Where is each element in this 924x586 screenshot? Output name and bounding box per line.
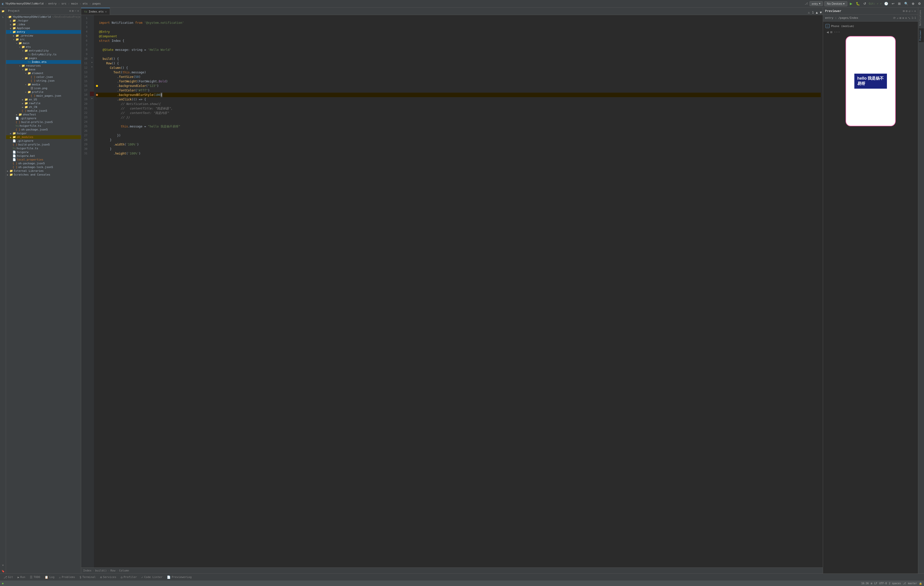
fit-icon[interactable]: ⤡ bbox=[908, 16, 911, 20]
code-editor[interactable]: import Notification from '@system.notifi… bbox=[94, 15, 823, 568]
tree-local-properties[interactable]: ▶ 📄 local.properties bbox=[6, 158, 81, 161]
code-linter-tab[interactable]: ✓ Code Linter bbox=[140, 575, 164, 579]
terminal-tab[interactable]: $ Terminal bbox=[78, 575, 97, 579]
tree-index-ets[interactable]: ▶ ts Index.ets bbox=[6, 60, 81, 64]
editor-tab-index-ets[interactable]: ts Index.ets ✕ bbox=[81, 8, 110, 15]
bookmarks-icon[interactable]: 🔖 bbox=[0, 568, 5, 573]
tree-src[interactable]: ▾ 📁 src bbox=[6, 38, 81, 41]
git-tab[interactable]: ⎇ Git bbox=[2, 575, 15, 579]
structure-icon[interactable]: ≡ bbox=[0, 563, 5, 568]
previewer-log-tab[interactable]: 📄 PreviewerLog bbox=[165, 575, 193, 579]
editor-chevron-up[interactable]: ▲ bbox=[815, 10, 819, 15]
layout-button[interactable]: ⊞ bbox=[897, 1, 902, 6]
status-lf[interactable]: LF bbox=[874, 582, 878, 585]
tree-external-libraries[interactable]: ▶ 📁 External Libraries bbox=[6, 169, 81, 173]
panel-layout-icon[interactable]: ⊞ bbox=[72, 9, 74, 13]
tree-root[interactable]: ▾ 📁 Yby6HarmonyOSHelloWorld ~/DevEcoStud… bbox=[6, 15, 81, 19]
tree-gitignore-root[interactable]: ▶ 📄 .gitignore bbox=[6, 139, 81, 143]
services-tab[interactable]: ⚙ Services bbox=[99, 575, 118, 579]
tree-idea[interactable]: ▶ 📁 .idea bbox=[6, 23, 81, 26]
previewer-icon2[interactable]: ⚙ bbox=[906, 9, 908, 13]
tree-module-json5[interactable]: ▶ { } module.json5 bbox=[6, 109, 81, 113]
profiler-tab[interactable]: ◎ Profiler bbox=[119, 575, 138, 579]
run-button[interactable]: ▶ bbox=[849, 1, 853, 6]
tree-media[interactable]: ▾ 📁 media bbox=[6, 82, 81, 86]
previewer-icon3[interactable]: ↺ bbox=[909, 9, 910, 13]
tree-hvigor[interactable]: ▶ 📁 .hvigor bbox=[6, 19, 81, 23]
zoom-button[interactable]: ⊕ bbox=[911, 1, 916, 6]
zoom-out-icon[interactable]: ⊖ bbox=[905, 16, 907, 20]
tree-en-us[interactable]: ▶ 📁 en_US bbox=[6, 98, 81, 101]
previewer-icon4[interactable]: − bbox=[911, 9, 913, 13]
tree-entryability[interactable]: ▾ 📁 entryability bbox=[6, 49, 81, 53]
clock-button[interactable]: 🕐 bbox=[883, 1, 889, 6]
sync-icon[interactable]: ⟳ bbox=[893, 16, 896, 20]
tree-scratches-consoles[interactable]: ▶ 📁 Scratches and Consoles bbox=[6, 173, 81, 176]
git-entry-button[interactable]: entry ▾ bbox=[810, 1, 823, 6]
tree-ohostest[interactable]: ▶ 📁 ohosTest bbox=[6, 113, 81, 117]
panel-minus-icon[interactable]: − bbox=[75, 9, 76, 13]
tree-oh-package-entry[interactable]: ▶ { } oh-package.json5 bbox=[6, 128, 81, 132]
tree-rawfile[interactable]: ▶ 📁 rawfile bbox=[6, 101, 81, 105]
tree-icon-png[interactable]: ▶ 🖼 icon.png bbox=[6, 86, 81, 90]
status-encoding[interactable]: UTF-8 bbox=[879, 582, 887, 585]
tree-build-profile-root[interactable]: ▶ { } build-profile.json5 bbox=[6, 143, 81, 146]
share-icon[interactable]: ↗ bbox=[897, 16, 898, 20]
notifications-tab[interactable]: Notifications bbox=[919, 8, 924, 27]
run-tab[interactable]: ▶ Run bbox=[16, 575, 27, 579]
tree-appscope[interactable]: ▶ 📁 AppScope bbox=[6, 26, 81, 30]
tree-oh-modules[interactable]: ▶ 📁 oh_modules bbox=[6, 135, 81, 139]
breadcrumb-index[interactable]: Index bbox=[83, 569, 91, 572]
editor-toolbar-icon1[interactable]: ⚠ 1 bbox=[807, 10, 815, 15]
debug-button[interactable]: 🐛 bbox=[855, 1, 861, 6]
zoom-in-icon[interactable]: ⊕ bbox=[902, 16, 904, 20]
tree-pages[interactable]: ▾ 📁 pages bbox=[6, 56, 81, 60]
project-view-icon[interactable]: 📁 bbox=[0, 8, 5, 13]
todo-tab[interactable]: ☰ TODO bbox=[28, 575, 42, 579]
tree-base[interactable]: ▾ 📁 base bbox=[6, 67, 81, 71]
tree-build-profile-entry[interactable]: ▶ { } build-profile.json5 bbox=[6, 120, 81, 124]
previewer-tab[interactable]: Previewer bbox=[919, 28, 924, 42]
problems-tab[interactable]: ⚠ Problems bbox=[58, 575, 76, 579]
tree-string-json[interactable]: ▶ { } string.json bbox=[6, 79, 81, 82]
log-tab[interactable]: 📋 Log bbox=[43, 575, 56, 579]
tree-resources[interactable]: ▾ 📁 resources bbox=[6, 64, 81, 67]
panel-settings-icon[interactable]: ⚙ bbox=[69, 9, 71, 13]
tree-ets[interactable]: ▾ 📁 ets bbox=[6, 45, 81, 49]
phone-more-icon[interactable]: ··· bbox=[834, 30, 840, 34]
tree-oh-package-root[interactable]: ▶ { } oh-package.json5 bbox=[6, 161, 81, 165]
panel-close-icon[interactable]: ✕ bbox=[77, 9, 79, 13]
tree-color-json[interactable]: ▶ { } color.json bbox=[6, 75, 81, 79]
tree-hvigorw-bat[interactable]: ▶ 📄 hvigorw.bat bbox=[6, 154, 81, 158]
search-button[interactable]: 🔍 bbox=[903, 1, 909, 6]
breadcrumb-column[interactable]: Column bbox=[119, 569, 129, 572]
tree-hvigorfile-root[interactable]: ▶ ts hvigorfile.ts bbox=[6, 146, 81, 150]
grid-icon[interactable]: ⊞ bbox=[899, 16, 901, 20]
undo-button[interactable]: ↩ bbox=[891, 1, 896, 6]
tree-element[interactable]: ▾ 📁 element bbox=[6, 71, 81, 75]
no-devices-button[interactable]: No Devices ▾ bbox=[824, 1, 848, 6]
previewer-icon1[interactable]: ⊞ bbox=[903, 9, 905, 13]
phone-forward-icon[interactable]: ⊞ bbox=[830, 30, 832, 34]
tree-hvigor-root[interactable]: ▶ 📁 hvigor bbox=[6, 132, 81, 135]
tree-profile[interactable]: ▾ 📁 profile bbox=[6, 90, 81, 94]
phone-back-icon[interactable]: ◀ bbox=[827, 30, 828, 34]
tree-entry[interactable]: ▾ 📁 entry bbox=[6, 30, 81, 34]
tree-hvigorw[interactable]: ▶ 📄 hvigorw bbox=[6, 150, 81, 154]
tree-preview[interactable]: ▶ 📁 .preview bbox=[6, 34, 81, 38]
tree-hvigorfile-entry[interactable]: ▶ ts hvigorfile.ts bbox=[6, 124, 81, 128]
breadcrumb-build[interactable]: build() bbox=[95, 569, 107, 572]
editor-chevron-down[interactable]: ▼ bbox=[819, 10, 823, 15]
tab-close-button[interactable]: ✕ bbox=[105, 10, 107, 13]
tree-entryability-ts[interactable]: ▶ ts EntryAbility.ts bbox=[6, 53, 81, 56]
phone-content-box[interactable]: hello 我是杨不 易呀 bbox=[854, 74, 887, 89]
status-spaces[interactable]: 2 spaces bbox=[889, 582, 901, 585]
tree-gitignore-entry[interactable]: ▶ 📄 .gitignore bbox=[6, 117, 81, 120]
breadcrumb-row[interactable]: Row bbox=[111, 569, 116, 572]
previewer-close[interactable]: ✕ bbox=[914, 9, 916, 13]
tree-zh-cn[interactable]: ▶ 📁 zh_CN bbox=[6, 105, 81, 109]
tree-oh-package-lock[interactable]: ▶ { } oh-package-lock.json5 bbox=[6, 165, 81, 169]
commit-icon[interactable]: ✎ bbox=[0, 15, 5, 20]
sync-button[interactable]: ↺ bbox=[862, 1, 867, 6]
status-branch[interactable]: master bbox=[908, 582, 917, 585]
